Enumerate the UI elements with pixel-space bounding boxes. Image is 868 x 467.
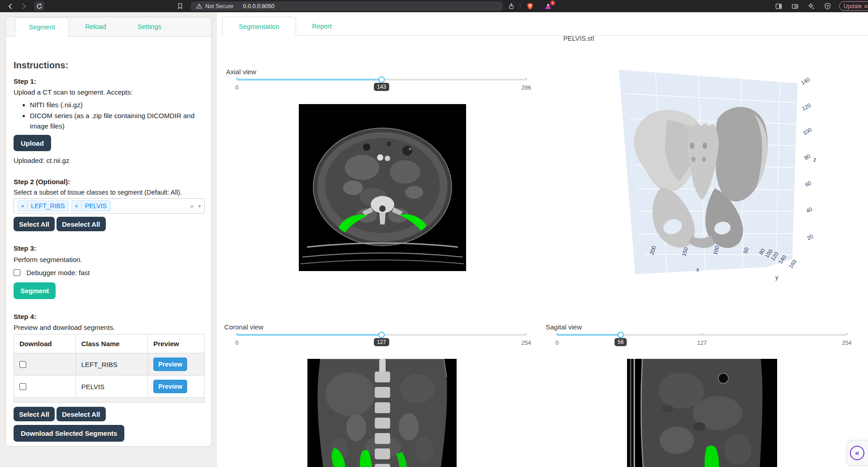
reload-icon [36,3,42,10]
step4-desc: Preview and download segments. [14,324,115,331]
slider-max-mark: 286 [521,84,531,91]
slider-value-badge: 127 [374,338,389,346]
slider-track [237,334,382,336]
collapse-chevrons-icon: « [855,448,859,457]
axial-view-label: Axial view [226,68,256,76]
chevron-down-icon[interactable]: ▾ [198,204,201,209]
address-bar[interactable]: Not Secure 0.0.0.0:8050 [191,1,503,11]
sidebar-card: Segment Reload Settings Instructions: St… [5,17,212,447]
list-item: DICOM series (as a .zip file containing … [30,110,211,132]
bookmark-button[interactable] [176,2,184,10]
coronal-ct-graphic [307,359,457,467]
update-button[interactable]: Update ≡ [839,1,868,11]
vpn-button[interactable] [824,2,831,10]
wallet-button[interactable] [791,2,799,10]
z-axis-label: z [813,156,816,163]
slider-min-mark: 0 [235,339,238,346]
col-class-name: Class Name [75,334,148,353]
axial-ct-image[interactable] [299,104,466,271]
step1-desc: Upload a CT scan to segment. Accepts: [14,88,132,96]
select-all-segments-button[interactable]: Select All [14,407,55,421]
deselect-all-classes-button[interactable]: Deselect All [57,217,106,231]
z-tick: 40 [805,206,814,214]
chip-remove-icon[interactable]: × [72,203,81,210]
back-icon [7,3,14,10]
tab-segment[interactable]: Segment [15,17,69,37]
sagital-view-label: Sagital view [546,323,582,331]
download-selected-segments-button[interactable]: Download Selected Segments [14,425,124,442]
sidebar-panel-icon [775,3,782,10]
slider-start-dot [236,78,238,80]
vpn-shield-icon [824,3,831,10]
slider-max-mark: 254 [521,339,531,346]
chip-remove-icon[interactable]: × [18,203,28,210]
deselect-all-segments-button[interactable]: Deselect All [57,407,106,421]
preview-left-ribs-button[interactable]: Preview [153,357,187,371]
ai-assistant-button[interactable] [807,2,815,10]
chip-pelvis: × PELVIS [71,200,111,211]
coronal-ct-image[interactable] [307,359,457,467]
z-tick: 140 [800,76,811,86]
y-tick: 160 [788,258,798,270]
back-button[interactable] [6,2,14,10]
share-icon [508,3,514,10]
step3-desc: Perform segmentation. [14,256,82,263]
chip-label: LEFT_RIBS [28,202,69,210]
axial-slider[interactable]: 0 143 286 [237,76,526,83]
sparkle-icon [808,3,815,10]
slider-value-badge: 143 [374,83,389,91]
select-all-classes-button[interactable]: Select All [14,217,55,231]
slider-track [557,334,621,336]
axial-slider-handle[interactable] [378,76,385,83]
tab-segmentation[interactable]: Segmentation [222,17,296,36]
z-tick: 60 [804,180,813,188]
brave-rewards-button[interactable]: 1 [543,2,552,10]
upload-button[interactable]: Upload [14,135,51,151]
reload-button[interactable] [34,1,44,11]
slider-end-dot [846,333,848,335]
segments-table: Download Class Name Preview LEFT_RIBS Pr… [14,334,205,403]
sagital-ct-image[interactable] [627,359,777,467]
tab-report[interactable]: Report [296,17,348,36]
coronal-view-label: Coronal view [224,323,264,331]
brave-shield-button[interactable] [526,2,534,10]
sagital-slider[interactable]: 0 56 127 254 [557,332,847,338]
forward-button[interactable] [20,2,28,10]
slider-min-mark: 0 [235,84,238,91]
debug-panel-toggle-button[interactable]: « [850,446,864,460]
sidebar-toggle-button[interactable] [775,2,783,10]
security-label: Not Secure [205,3,234,10]
debugger-mode-checkbox[interactable] [14,269,20,276]
share-button[interactable] [507,2,515,10]
tab-settings[interactable]: Settings [123,17,176,36]
sagital-slider-handle[interactable] [618,332,624,338]
pelvis-3d-graphic: 140 120 100 80 60 40 20 z 200 150 100 50… [613,55,823,288]
class-name-cell: PELVIS [75,376,148,398]
coronal-slider[interactable]: 0 127 254 [237,332,526,338]
preview-pelvis-button[interactable]: Preview [153,380,187,393]
z-tick: 100 [802,126,813,136]
axial-ct-graphic [299,104,466,271]
table-row: PELVIS Preview [14,376,205,398]
z-tick: 80 [803,153,812,162]
list-item: NIfTI files (.nii.gz) [30,100,211,110]
browser-chrome: Not Secure 0.0.0.0:8050 1 Update ≡ [0,0,868,12]
z-tick: 120 [801,102,812,112]
coronal-slider-handle[interactable] [378,332,385,338]
slider-value-badge: 56 [614,338,627,346]
tissue-class-dropdown[interactable]: × LEFT_RIBS × PELVIS × ▾ [14,198,205,214]
step1-title: Step 1: [14,77,36,85]
sidebar-tabbar: Segment Reload Settings [6,17,211,37]
toolbar-divider [520,3,520,9]
stl-3d-plot[interactable]: 140 120 100 80 60 40 20 z 200 150 100 50… [613,55,823,288]
model-title: PELVIS.stl [533,35,624,42]
dropdown-clear-icon[interactable]: × [190,202,194,210]
wallet-icon [792,3,798,10]
uploaded-file-text: Uploaded: ct.nii.gz [14,157,69,164]
tab-reload[interactable]: Reload [69,17,123,36]
download-checkbox-left-ribs[interactable] [19,361,26,368]
dropdown-controls: × ▾ [190,202,201,210]
col-download: Download [14,334,76,353]
segment-button[interactable]: Segment [14,282,56,299]
download-checkbox-pelvis[interactable] [19,383,26,390]
